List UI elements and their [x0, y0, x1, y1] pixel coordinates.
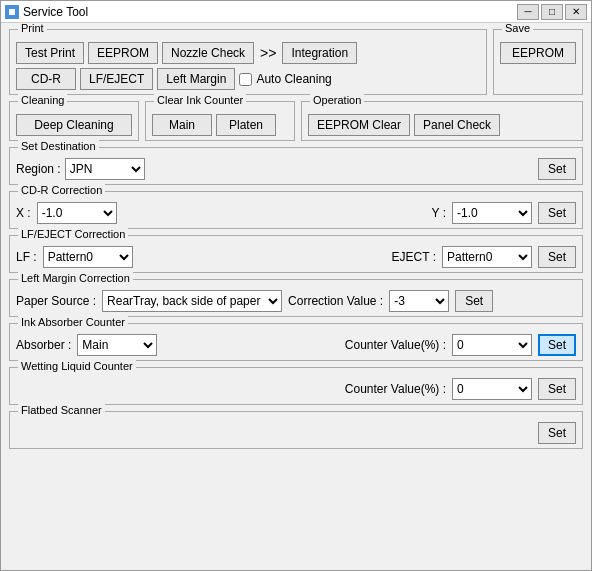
auto-cleaning-checkbox[interactable]: [239, 73, 252, 86]
clear-ink-platen-button[interactable]: Platen: [216, 114, 276, 136]
print-group-label: Print: [18, 23, 47, 34]
window-title: Service Tool: [23, 5, 517, 19]
absorber-label: Absorber :: [16, 338, 71, 352]
content-area: Print Test Print EEPROM Nozzle Check >> …: [1, 23, 591, 570]
cdr-set-button[interactable]: Set: [538, 202, 576, 224]
cdr-x-select[interactable]: -1.00.01.0: [37, 202, 117, 224]
correction-value-select[interactable]: -3-2-101: [389, 290, 449, 312]
region-select[interactable]: JPN USA EUR: [65, 158, 145, 180]
lf-select[interactable]: Pattern0Pattern1Pattern2: [43, 246, 133, 268]
ink-absorber-label: Ink Absorber Counter: [18, 316, 128, 328]
lf-label: LF :: [16, 250, 37, 264]
wetting-liquid-group: Wetting Liquid Counter Counter Value(%) …: [9, 367, 583, 405]
flatbed-scanner-group: Flatbed Scanner Set: [9, 411, 583, 449]
ink-absorber-set-button[interactable]: Set: [538, 334, 576, 356]
deep-cleaning-button[interactable]: Deep Cleaning: [16, 114, 132, 136]
clear-ink-main-button[interactable]: Main: [152, 114, 212, 136]
set-destination-button[interactable]: Set: [538, 158, 576, 180]
eeprom-clear-button[interactable]: EEPROM Clear: [308, 114, 410, 136]
nozzle-check-button[interactable]: Nozzle Check: [162, 42, 254, 64]
arrow-icon: >>: [258, 45, 278, 61]
sub-groups-row: Cleaning Deep Cleaning Clear Ink Counter…: [9, 101, 583, 141]
close-button[interactable]: ✕: [565, 4, 587, 20]
save-group-label: Save: [502, 23, 533, 34]
cleaning-label: Cleaning: [18, 94, 67, 106]
clear-ink-group: Clear Ink Counter Main Platen: [145, 101, 295, 141]
left-margin-set-button[interactable]: Set: [455, 290, 493, 312]
clear-ink-label: Clear Ink Counter: [154, 94, 246, 106]
lf-eject-correction-label: LF/EJECT Correction: [18, 228, 128, 240]
eject-label: EJECT :: [392, 250, 436, 264]
title-bar: Service Tool ─ □ ✕: [1, 1, 591, 23]
print-group: Print Test Print EEPROM Nozzle Check >> …: [9, 29, 487, 95]
absorber-select[interactable]: MainPlaten: [77, 334, 157, 356]
eeprom-print-button[interactable]: EEPROM: [88, 42, 158, 64]
flatbed-scanner-label: Flatbed Scanner: [18, 404, 105, 416]
correction-value-label: Correction Value :: [288, 294, 383, 308]
title-bar-controls: ─ □ ✕: [517, 4, 587, 20]
region-label: Region :: [16, 162, 61, 176]
wetting-counter-label: Counter Value(%) :: [345, 382, 446, 396]
cdr-correction-label: CD-R Correction: [18, 184, 105, 196]
wetting-counter-select[interactable]: 0102050100: [452, 378, 532, 400]
cdr-y-label: Y :: [432, 206, 446, 220]
cdr-y-select[interactable]: -1.00.01.0: [452, 202, 532, 224]
paper-source-label: Paper Source :: [16, 294, 96, 308]
ink-absorber-group: Ink Absorber Counter Absorber : MainPlat…: [9, 323, 583, 361]
maximize-button[interactable]: □: [541, 4, 563, 20]
integration-button[interactable]: Integration: [282, 42, 357, 64]
app-icon: [5, 5, 19, 19]
save-eeprom-button[interactable]: EEPROM: [500, 42, 576, 64]
cdr-correction-group: CD-R Correction X : -1.00.01.0 Y : -1.00…: [9, 191, 583, 229]
eject-select[interactable]: Pattern0Pattern1Pattern2: [442, 246, 532, 268]
lf-eject-correction-group: LF/EJECT Correction LF : Pattern0Pattern…: [9, 235, 583, 273]
operation-label: Operation: [310, 94, 364, 106]
wetting-liquid-label: Wetting Liquid Counter: [18, 360, 136, 372]
test-print-button[interactable]: Test Print: [16, 42, 84, 64]
left-margin-correction-label: Left Margin Correction: [18, 272, 133, 284]
flatbed-set-button[interactable]: Set: [538, 422, 576, 444]
panel-check-button[interactable]: Panel Check: [414, 114, 500, 136]
cdr-x-label: X :: [16, 206, 31, 220]
set-destination-label: Set Destination: [18, 140, 99, 152]
set-destination-group: Set Destination Region : JPN USA EUR Set: [9, 147, 583, 185]
minimize-button[interactable]: ─: [517, 4, 539, 20]
operation-group: Operation EEPROM Clear Panel Check: [301, 101, 583, 141]
main-window: Service Tool ─ □ ✕ Print Test Print EEPR…: [0, 0, 592, 571]
left-margin-button[interactable]: Left Margin: [157, 68, 235, 90]
wetting-set-button[interactable]: Set: [538, 378, 576, 400]
auto-cleaning-checkbox-label[interactable]: Auto Cleaning: [239, 72, 331, 86]
lf-eject-button[interactable]: LF/EJECT: [80, 68, 153, 90]
paper-source-select[interactable]: RearTray, back side of paper FrontTray: [102, 290, 282, 312]
ink-counter-select[interactable]: 0102050100: [452, 334, 532, 356]
cd-r-button[interactable]: CD-R: [16, 68, 76, 90]
cleaning-group: Cleaning Deep Cleaning: [9, 101, 139, 141]
lf-eject-set-button[interactable]: Set: [538, 246, 576, 268]
svg-rect-1: [9, 9, 15, 15]
left-margin-correction-group: Left Margin Correction Paper Source : Re…: [9, 279, 583, 317]
save-group: Save EEPROM: [493, 29, 583, 95]
ink-counter-label: Counter Value(%) :: [345, 338, 446, 352]
auto-cleaning-label: Auto Cleaning: [256, 72, 331, 86]
